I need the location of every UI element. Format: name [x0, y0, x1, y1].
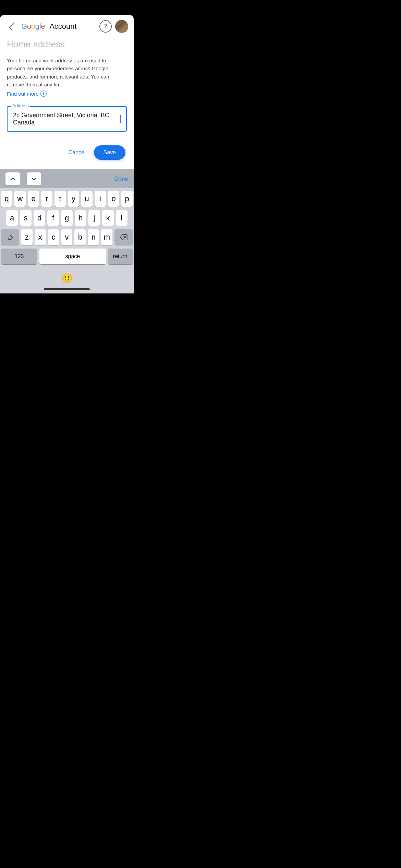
page-title: Home address: [7, 39, 127, 50]
key-v[interactable]: v: [61, 229, 73, 245]
keyboard-row-2: a s d f g h j k l: [1, 210, 133, 226]
key-n[interactable]: n: [88, 229, 99, 245]
keyboard-done-button[interactable]: Done: [114, 174, 128, 184]
app-container: Google Account ? Home address Your home …: [0, 15, 134, 293]
description-text: Your home and work addresses are used to…: [7, 57, 127, 88]
key-z[interactable]: z: [21, 229, 33, 245]
home-bar: [44, 288, 90, 290]
delete-icon: [120, 234, 127, 240]
key-r[interactable]: r: [41, 191, 52, 207]
key-l[interactable]: l: [116, 210, 127, 226]
keyboard-prev-button[interactable]: [5, 172, 20, 185]
chevron-up-icon: [10, 176, 15, 182]
key-b[interactable]: b: [74, 229, 86, 245]
keyboard-row-1: q w e r t y u i o p: [1, 191, 133, 207]
save-button[interactable]: Save: [94, 145, 125, 160]
cancel-button[interactable]: Cancel: [66, 146, 88, 159]
keyboard-row-3: z x c v b n m: [1, 229, 133, 245]
key-k[interactable]: k: [102, 210, 114, 226]
google-logo: Google: [21, 22, 45, 31]
keyboard-body: q w e r t y u i o p a s d f g h j k: [0, 188, 134, 269]
content-area: Your home and work addresses are used to…: [0, 51, 134, 169]
find-out-more-link[interactable]: Find out more i: [7, 91, 47, 97]
key-t[interactable]: t: [54, 191, 66, 207]
key-f[interactable]: f: [47, 210, 59, 226]
emoji-button[interactable]: 🙂: [59, 271, 74, 285]
key-j[interactable]: j: [88, 210, 100, 226]
header: Google Account ?: [0, 15, 134, 36]
action-buttons: Cancel Save: [7, 143, 127, 162]
shift-icon: [7, 234, 13, 240]
key-o[interactable]: o: [108, 191, 119, 207]
back-chevron-icon: [9, 23, 17, 31]
back-button[interactable]: [5, 20, 18, 33]
key-a[interactable]: a: [6, 210, 18, 226]
address-label: Address: [11, 103, 30, 108]
keyboard-bottom: 🙂: [0, 269, 134, 286]
status-bar: [0, 0, 134, 15]
keyboard-next-button[interactable]: [27, 172, 41, 185]
key-g[interactable]: g: [61, 210, 73, 226]
key-d[interactable]: d: [34, 210, 45, 226]
page-title-section: Home address: [0, 36, 134, 51]
key-u[interactable]: u: [81, 191, 93, 207]
key-p[interactable]: p: [121, 191, 133, 207]
key-e[interactable]: e: [28, 191, 39, 207]
header-account-text: Account: [49, 22, 77, 31]
keyboard-area: Done q w e r t y u i o p a s d f: [0, 169, 134, 293]
home-indicator: [0, 286, 134, 293]
keyboard-row-4: 123 space return: [1, 249, 133, 264]
key-y[interactable]: y: [68, 191, 79, 207]
key-h[interactable]: h: [75, 210, 86, 226]
key-w[interactable]: w: [14, 191, 26, 207]
help-button[interactable]: ?: [99, 20, 112, 33]
shift-key[interactable]: [1, 229, 19, 245]
avatar-image: [115, 20, 128, 33]
address-input[interactable]: 2c Government Street, Victoria, BC, Cana…: [7, 106, 127, 132]
address-field-wrapper: Address 2c Government Street, Victoria, …: [7, 106, 127, 132]
key-q[interactable]: q: [1, 191, 12, 207]
key-c[interactable]: c: [48, 229, 59, 245]
keyboard-toolbar: Done: [0, 170, 134, 188]
key-m[interactable]: m: [101, 229, 112, 245]
avatar[interactable]: [115, 20, 128, 33]
space-key[interactable]: space: [39, 249, 106, 264]
chevron-down-icon: [31, 176, 37, 182]
key-x[interactable]: x: [35, 229, 46, 245]
key-i[interactable]: i: [95, 191, 106, 207]
numbers-key[interactable]: 123: [1, 249, 37, 264]
info-icon: i: [40, 91, 47, 97]
text-cursor: [120, 115, 121, 123]
delete-key[interactable]: [114, 229, 133, 245]
return-key[interactable]: return: [108, 249, 133, 264]
key-s[interactable]: s: [20, 210, 32, 226]
